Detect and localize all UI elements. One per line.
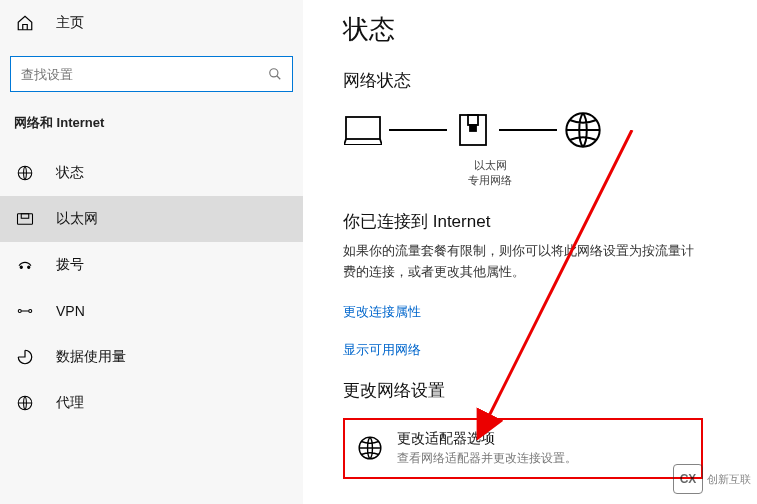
page-title: 状态 bbox=[343, 12, 757, 47]
sidebar-item-label: VPN bbox=[56, 303, 85, 319]
section-title: 网络和 Internet bbox=[0, 92, 303, 140]
change-network-title: 更改网络设置 bbox=[343, 379, 757, 402]
watermark: CX 创新互联 bbox=[673, 464, 751, 494]
connected-title: 你已连接到 Internet bbox=[343, 210, 757, 233]
connection-line bbox=[499, 129, 557, 131]
globe-icon bbox=[357, 435, 383, 461]
connection-line bbox=[389, 129, 447, 131]
sidebar-item-ethernet[interactable]: 以太网 bbox=[0, 196, 303, 242]
globe-icon bbox=[563, 110, 603, 150]
svg-point-6 bbox=[18, 310, 21, 313]
change-properties-link[interactable]: 更改连接属性 bbox=[343, 303, 757, 321]
svg-rect-3 bbox=[21, 214, 29, 219]
search-input[interactable] bbox=[21, 67, 268, 82]
change-adapter-option[interactable]: 更改适配器选项 查看网络适配器并更改连接设置。 bbox=[343, 418, 703, 479]
watermark-text: 创新互联 bbox=[707, 472, 751, 487]
svg-point-5 bbox=[28, 266, 30, 268]
sidebar-item-status[interactable]: 状态 bbox=[0, 150, 303, 196]
sidebar-item-label: 状态 bbox=[56, 164, 84, 182]
computer-icon bbox=[343, 110, 383, 150]
adapter-title: 更改适配器选项 bbox=[397, 430, 577, 448]
home-label: 主页 bbox=[56, 14, 84, 32]
svg-rect-12 bbox=[470, 125, 476, 131]
caption-line2: 专用网络 bbox=[405, 173, 575, 188]
network-diagram bbox=[343, 110, 757, 150]
adapter-desc: 查看网络适配器并更改连接设置。 bbox=[397, 450, 577, 467]
show-networks-link[interactable]: 显示可用网络 bbox=[343, 341, 757, 359]
svg-point-7 bbox=[29, 310, 32, 313]
proxy-icon bbox=[16, 394, 34, 412]
connected-description: 如果你的流量套餐有限制，则你可以将此网络设置为按流量计费的连接，或者更改其他属性… bbox=[343, 241, 703, 283]
router-icon bbox=[453, 110, 493, 150]
sidebar-item-label: 拨号 bbox=[56, 256, 84, 274]
nav-list: 状态 以太网 拨号 VPN 数据使用量 bbox=[0, 150, 303, 426]
sidebar-item-datausage[interactable]: 数据使用量 bbox=[0, 334, 303, 380]
watermark-icon: CX bbox=[673, 464, 703, 494]
sidebar-item-dialup[interactable]: 拨号 bbox=[0, 242, 303, 288]
sidebar: 主页 网络和 Internet 状态 以太网 拨号 bbox=[0, 0, 303, 504]
svg-point-0 bbox=[270, 69, 278, 77]
sidebar-item-vpn[interactable]: VPN bbox=[0, 288, 303, 334]
network-status-title: 网络状态 bbox=[343, 69, 757, 92]
caption-line1: 以太网 bbox=[405, 158, 575, 173]
search-icon bbox=[268, 67, 282, 81]
sidebar-item-label: 数据使用量 bbox=[56, 348, 126, 366]
sidebar-item-proxy[interactable]: 代理 bbox=[0, 380, 303, 426]
svg-rect-9 bbox=[346, 117, 380, 139]
search-input-wrap[interactable] bbox=[10, 56, 293, 92]
dialup-icon bbox=[16, 256, 34, 274]
home-icon bbox=[16, 14, 34, 32]
globe-icon bbox=[16, 164, 34, 182]
diagram-caption: 以太网 专用网络 bbox=[405, 158, 575, 188]
ethernet-icon bbox=[16, 210, 34, 228]
main-content: 状态 网络状态 以太网 专用网络 你已连接到 Internet 如果你的流量套餐… bbox=[343, 0, 757, 504]
datausage-icon bbox=[16, 348, 34, 366]
sidebar-item-label: 代理 bbox=[56, 394, 84, 412]
sidebar-item-label: 以太网 bbox=[56, 210, 98, 228]
svg-point-4 bbox=[20, 266, 22, 268]
svg-rect-11 bbox=[468, 115, 478, 125]
svg-rect-2 bbox=[18, 214, 33, 225]
vpn-icon bbox=[16, 302, 34, 320]
home-link[interactable]: 主页 bbox=[0, 0, 303, 46]
